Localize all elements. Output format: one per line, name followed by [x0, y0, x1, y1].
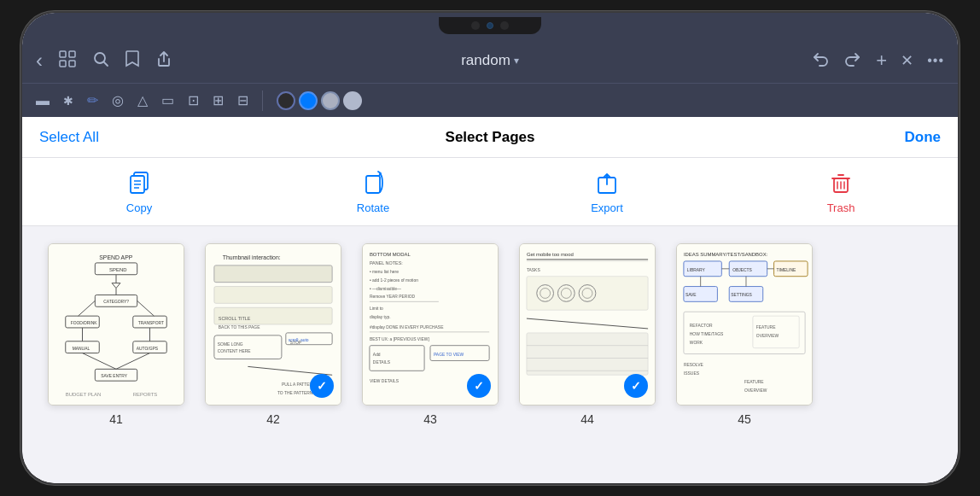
back-icon[interactable]: ‹ [36, 49, 43, 73]
camera-notch [439, 17, 541, 34]
undo-icon[interactable] [811, 50, 830, 72]
tool-6-icon[interactable]: ⊟ [234, 89, 252, 112]
svg-text:SOME LONG: SOME LONG [218, 342, 243, 347]
color-swatch-light[interactable] [343, 91, 362, 110]
svg-text:FEATURE: FEATURE [744, 380, 764, 384]
check-badge-44: ✓ [624, 374, 648, 398]
color-swatch-gray[interactable] [321, 91, 340, 110]
add-icon[interactable]: + [876, 50, 887, 72]
select-bar: Select All Select Pages Done [22, 117, 958, 158]
page-thumb-41: SPEND APP SPEND CATEGORY? FOOD/DRINK [48, 243, 184, 406]
nav-center: random ▾ [339, 52, 642, 69]
svg-text:OBJECTS: OBJECTS [732, 268, 752, 272]
export-icon [593, 169, 621, 196]
close-icon[interactable]: ✕ [901, 51, 913, 70]
svg-text:SPEND APP: SPEND APP [99, 254, 133, 260]
svg-rect-3 [69, 61, 75, 67]
page-thumb-45: IDEAS SUMMARY/TEST/SANDBOX: LIBRARY OBJE… [676, 243, 813, 406]
page-thumb-42: Thumbnail interaction: SCROLL TITLE BACK… [205, 243, 341, 406]
svg-text:OVERVIEW: OVERVIEW [744, 388, 767, 393]
svg-text:SPEND: SPEND [109, 267, 126, 272]
svg-text:WORK: WORK [690, 341, 703, 345]
svg-text:BEST UX: a [PREVIOUS VIEW]: BEST UX: a [PREVIOUS VIEW] [370, 337, 430, 341]
nav-title[interactable]: random ▾ [461, 52, 519, 69]
toolbar-dash-icon[interactable]: ▬ [32, 90, 53, 112]
rect-icon[interactable]: ▭ [158, 89, 178, 112]
bluetooth-icon[interactable]: ✱ [60, 90, 77, 111]
check-badge-43: ✓ [467, 374, 491, 398]
shape-triangle-icon[interactable]: △ [134, 89, 151, 112]
page-item-44[interactable]: Get mobile too mood TASKS [519, 243, 656, 426]
svg-text:• add 1-2 pieces of motion: • add 1-2 pieces of motion [370, 278, 418, 283]
svg-text:BOTTOM MODAL: BOTTOM MODAL [370, 252, 411, 257]
svg-text:VIEW DETAILS: VIEW DETAILS [370, 379, 400, 383]
device-frame: ‹ [20, 11, 960, 485]
svg-rect-2 [60, 61, 66, 67]
page-number-41: 41 [109, 412, 123, 426]
page-thumb-44: Get mobile too mood TASKS [519, 243, 656, 406]
export-label: Export [591, 201, 623, 214]
photo-icon[interactable]: ⊡ [184, 89, 202, 112]
rotate-action[interactable]: Rotate [339, 169, 407, 214]
pages-grid: SPEND APP SPEND CATEGORY? FOOD/DRINK [22, 226, 958, 483]
redo-icon[interactable] [843, 50, 862, 72]
svg-text:MANUAL: MANUAL [73, 347, 90, 351]
svg-text:TASKS: TASKS [527, 268, 540, 272]
page-thumb-43: BOTTOM MODAL PANEL NOTES: • menu list he… [362, 243, 499, 406]
svg-text:SAVE: SAVE [685, 293, 697, 297]
page-item-41[interactable]: SPEND APP SPEND CATEGORY? FOOD/DRINK [48, 243, 184, 426]
trash-action[interactable]: Trash [807, 169, 875, 214]
svg-text:BUDGET PLAN: BUDGET PLAN [66, 392, 102, 397]
svg-rect-93 [527, 333, 648, 375]
svg-point-4 [95, 53, 105, 63]
tool-5-icon[interactable]: ⊞ [209, 89, 227, 112]
export-action[interactable]: Export [573, 169, 641, 214]
select-pages-title: Select Pages [265, 129, 715, 146]
page-number-43: 43 [423, 412, 437, 426]
toolbar-separator [262, 90, 263, 111]
device-inner: ‹ [22, 13, 958, 483]
nav-bar: ‹ [22, 38, 958, 83]
copy-action[interactable]: Copy [105, 169, 173, 214]
rotate-label: Rotate [357, 201, 389, 214]
svg-rect-11 [366, 176, 380, 193]
color-swatch-blue[interactable] [299, 91, 318, 110]
svg-text:BACK TO THIS PAGE: BACK TO THIS PAGE [219, 325, 260, 330]
svg-text:IDEAS SUMMARY/TEST/SANDBOX:: IDEAS SUMMARY/TEST/SANDBOX: [684, 252, 768, 257]
svg-text:SETTINGS: SETTINGS [731, 293, 752, 297]
grid-icon[interactable] [58, 50, 77, 73]
camera-lens [487, 22, 493, 29]
svg-text:REPORTS: REPORTS [133, 392, 158, 397]
svg-text:Thumbnail interaction:: Thumbnail interaction: [223, 254, 281, 260]
shape-circle-icon[interactable]: ◎ [108, 89, 127, 112]
action-bar: Copy Rotate Export [22, 158, 958, 226]
camera-dot-2 [500, 21, 509, 30]
search-icon[interactable] [92, 50, 109, 72]
page-number-45: 45 [738, 412, 751, 426]
share-icon[interactable] [155, 50, 172, 73]
rotate-icon [359, 169, 387, 196]
bookmark-icon[interactable] [125, 50, 140, 73]
svg-text:OVERVIEW: OVERVIEW [756, 334, 779, 338]
top-bar [22, 13, 958, 38]
page-item-42[interactable]: Thumbnail interaction: SCROLL TITLE BACK… [205, 243, 341, 426]
page-item-43[interactable]: BOTTOM MODAL PANEL NOTES: • menu list he… [362, 243, 499, 426]
trash-label: Trash [827, 201, 855, 214]
page-number-42: 42 [266, 412, 280, 426]
page-number-44: 44 [580, 412, 594, 426]
svg-text:PANEL NOTES:: PANEL NOTES: [370, 260, 403, 266]
svg-text:Add: Add [373, 353, 381, 357]
more-icon[interactable]: ••• [927, 53, 944, 68]
done-button[interactable]: Done [715, 129, 941, 146]
svg-text:CATEGORY?: CATEGORY? [103, 300, 129, 304]
svg-rect-0 [60, 51, 66, 57]
color-swatch-dark[interactable] [277, 91, 295, 110]
page-item-45[interactable]: IDEAS SUMMARY/TEST/SANDBOX: LIBRARY OBJE… [676, 243, 813, 426]
nav-chevron-icon: ▾ [514, 55, 519, 67]
svg-text:FOOD/DRINK: FOOD/DRINK [71, 321, 98, 325]
copy-icon [125, 169, 153, 196]
select-all-button[interactable]: Select All [39, 129, 265, 146]
pen-icon[interactable]: ✏ [84, 89, 102, 112]
nav-left: ‹ [36, 49, 339, 73]
svg-text:SAVE ENTRY: SAVE ENTRY [101, 374, 127, 378]
